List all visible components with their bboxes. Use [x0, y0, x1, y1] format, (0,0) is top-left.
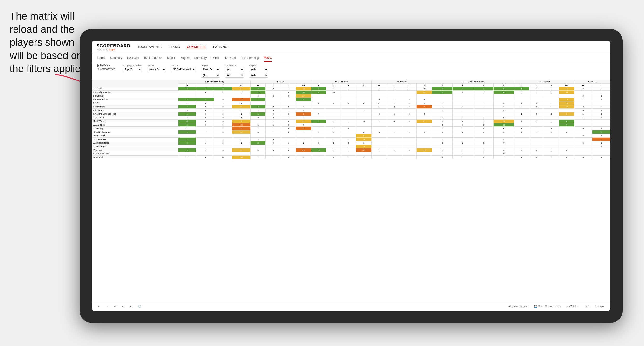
- full-view-radio[interactable]: [96, 64, 99, 67]
- gender-label: Gender: [147, 64, 166, 66]
- table-row: 12. A Bianchi 200-58 1104 20025 4: [92, 123, 610, 127]
- compact-view-option[interactable]: Compact View: [96, 68, 115, 70]
- save-custom-view-button[interactable]: 💾 Save Custom View: [532, 304, 562, 309]
- top-nav: SCOREBOARD Powered by clippd TOURNAMENTS…: [92, 41, 610, 53]
- sub-w1: W: [178, 84, 196, 87]
- add-button[interactable]: ⊕: [120, 304, 126, 309]
- table-row: 7. O Mitchell 30018 2202 120-4 0104 0402…: [92, 105, 610, 109]
- redo-button[interactable]: ↪: [104, 304, 110, 309]
- col-header-6: 38. A Webb: [514, 80, 574, 84]
- player-name: 1. J Garcia: [92, 87, 178, 91]
- subnav-summary2[interactable]: Summary: [194, 54, 206, 61]
- sub-t5: T: [473, 84, 494, 87]
- player-name: 10. L Perini: [92, 116, 178, 120]
- subnav-matrix[interactable]: Matrix: [167, 54, 175, 61]
- player-name: 5. A Nomrowski: [92, 98, 178, 101]
- col-header-4: 21. O Stoll: [372, 80, 432, 84]
- conference-select[interactable]: (All): [225, 67, 244, 72]
- logo: SCOREBOARD Powered by clippd: [96, 43, 130, 51]
- subnav-h2hgrid2[interactable]: H2H Grid: [224, 54, 236, 61]
- player-name: 20. E Andersson: [92, 152, 178, 156]
- player-name: 6. A Dy: [92, 101, 178, 105]
- subnav-h2hheatmap[interactable]: H2H Heatmap: [144, 54, 162, 61]
- undo-button[interactable]: ↩: [96, 304, 102, 309]
- sub-l6: L: [529, 84, 544, 87]
- matrix-content[interactable]: 2. M Kelly Mulcahy 6. A Dy 11. G Woods 2…: [92, 80, 610, 302]
- player-name: 15. H Stranda: [92, 134, 178, 138]
- sub-w5: W: [432, 84, 453, 87]
- annotation-content: The matrix will reload and the players s…: [10, 10, 86, 74]
- division-select[interactable]: NCAA Division II: [171, 67, 196, 72]
- sub-w4: W: [372, 84, 386, 87]
- logo-powered: Powered by clippd: [96, 48, 130, 51]
- table-row: 11. G Woods 10005 11011 10014 14017 2402…: [92, 120, 610, 123]
- table-row: 19. J Kanh 31019 400-20 1300-25 210-12 0…: [92, 149, 610, 152]
- conference-filter: Conference (All) (All): [225, 64, 244, 78]
- sub-nav: Teams Summary H2H Grid H2H Heatmap Matri…: [92, 53, 610, 62]
- table-row: 1. J Garcia 31027 301-11 300 11110 0106 …: [92, 87, 610, 91]
- logo-name: SCOREBOARD: [96, 43, 130, 48]
- region-sub-select[interactable]: (All): [201, 73, 220, 78]
- sub-l4: L: [386, 84, 402, 87]
- nav-teams[interactable]: TEAMS: [169, 45, 180, 49]
- gender-select[interactable]: Women's: [147, 67, 166, 72]
- watch-button[interactable]: ⊙ Watch ▾: [564, 304, 580, 309]
- sub-d5: Dif: [494, 84, 514, 87]
- sub-d2: Dif: [296, 84, 311, 87]
- share-button[interactable]: ⤴ Share: [593, 304, 606, 309]
- player-name: 13. N Klug: [92, 127, 178, 130]
- table-row: 20. E Andersson 0108: [92, 152, 610, 156]
- sub-l3: L: [326, 84, 341, 87]
- sub-t2: T: [280, 84, 296, 87]
- player-name: 17. D Ballesteros: [92, 141, 178, 145]
- refresh-button[interactable]: ⟳: [112, 304, 118, 309]
- player-name: 8. M Torres: [92, 109, 178, 112]
- table-row: 6. A Dy 7011 0140 25140 0109 12013: [92, 101, 610, 105]
- view-original-button[interactable]: 👁 View: Original: [507, 304, 530, 309]
- sub-l5: L: [453, 84, 473, 87]
- subnav-h2hheatmap2[interactable]: H2H Heatmap: [240, 54, 259, 61]
- region-select[interactable]: East - DII: [201, 67, 220, 72]
- grid-button[interactable]: ⊞: [128, 304, 134, 309]
- clock-button[interactable]: 🕐: [136, 304, 143, 309]
- top-nav-links: TOURNAMENTS TEAMS COMMITTEE RANKINGS: [138, 45, 230, 49]
- player-name: 7. O Mitchell: [92, 105, 178, 109]
- player-name: 18. H Hodgson: [92, 145, 178, 149]
- compact-view-radio[interactable]: [96, 68, 99, 70]
- table-row: 18. H Hodgson 011 1: [92, 145, 610, 149]
- max-players-select[interactable]: Top 25: [122, 67, 142, 72]
- nav-rankings[interactable]: RANKINGS: [213, 45, 230, 49]
- players-select[interactable]: (All): [249, 67, 268, 72]
- region-filter: Region East - DII (All): [201, 64, 220, 78]
- col-header-3: 11. G Woods: [311, 80, 372, 84]
- sub-l2: L: [266, 84, 280, 87]
- col-header-7: 60. W Za: [574, 80, 610, 84]
- table-row: 2. M Kelly Mulcahy 070 401010 050 35 140…: [92, 91, 610, 94]
- view-options: Full View Compact View: [96, 64, 115, 70]
- matrix-table: 2. M Kelly Mulcahy 6. A Dy 11. G Woods 2…: [92, 80, 610, 159]
- sub-d6: Dif: [559, 84, 574, 87]
- sub-d3: Dif: [356, 84, 372, 87]
- subnav-detail[interactable]: Detail: [212, 54, 219, 61]
- full-view-option[interactable]: Full View: [96, 64, 115, 67]
- players-sub-select[interactable]: (All): [249, 73, 268, 78]
- conference-sub-select[interactable]: (All): [225, 73, 244, 78]
- player-name: 12. A Bianchi: [92, 123, 178, 127]
- table-row: 14. S Srichantamit 31014 0105 1204 0105 …: [92, 130, 610, 134]
- subnav-players[interactable]: Players: [180, 54, 190, 61]
- subnav-matrix2[interactable]: Matrix: [264, 54, 272, 62]
- division-label: Division: [171, 64, 196, 66]
- subnav-summary[interactable]: Summary: [110, 54, 122, 61]
- player-name: 9. A Maria Jimenez Rios: [92, 112, 178, 116]
- subnav-teams[interactable]: Teams: [96, 54, 105, 61]
- sub-d4: Dif: [417, 84, 432, 87]
- subnav-h2hgrid[interactable]: H2H Grid: [127, 54, 139, 61]
- nav-tournaments[interactable]: TOURNAMENTS: [138, 45, 162, 49]
- table-row: 15. H Stranda 9 01: [92, 134, 610, 138]
- table-row: 17. D Ballesteros 3101 2011 1101 0207 01: [92, 141, 610, 145]
- gender-filter: Gender Women's: [147, 64, 166, 72]
- region-label: Region: [201, 64, 220, 66]
- layout-button[interactable]: ◻⊞: [583, 304, 591, 309]
- player-name: 11. G Woods: [92, 120, 178, 123]
- nav-committee[interactable]: COMMITTEE: [187, 45, 206, 49]
